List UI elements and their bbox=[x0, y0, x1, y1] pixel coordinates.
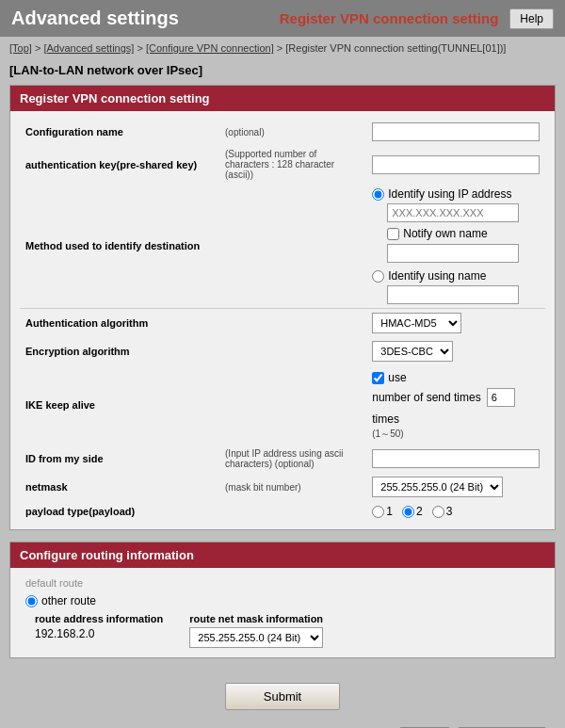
payload-1-radio[interactable] bbox=[372, 506, 384, 518]
auth-algo-hint bbox=[219, 309, 366, 338]
vpn-form-table: Configuration name (optional) authentica… bbox=[20, 119, 545, 522]
ip-address-input[interactable] bbox=[387, 203, 519, 222]
route-address-header: route address information bbox=[35, 613, 163, 624]
ike-range: (1～50) bbox=[372, 428, 540, 441]
routing-section-body: default route other route route address … bbox=[10, 568, 555, 657]
payload-2-radio[interactable] bbox=[402, 506, 414, 518]
payload-row: payload type(payload) 1 2 3 bbox=[20, 501, 545, 522]
method-label: Method used to identify destination bbox=[20, 184, 219, 309]
method-input-cell: Identify using IP address Notify own nam… bbox=[366, 184, 545, 309]
vpn-section-body: Configuration name (optional) authentica… bbox=[10, 111, 555, 529]
payload-radio-group: 1 2 3 bbox=[372, 505, 540, 518]
id-from-side-hint: (Input IP address using ascii characters… bbox=[219, 445, 366, 473]
config-name-input[interactable] bbox=[372, 122, 540, 141]
payload-2-label[interactable]: 2 bbox=[402, 505, 423, 518]
payload-3-label[interactable]: 3 bbox=[432, 505, 453, 518]
identify-ip-row: Identify using IP address bbox=[372, 187, 540, 201]
notify-own-input[interactable] bbox=[387, 244, 519, 263]
payload-3-radio[interactable] bbox=[432, 506, 444, 518]
page-heading: [LAN-to-LAN network over IPsec] bbox=[0, 59, 565, 85]
auth-key-input-cell: key bbox=[366, 145, 545, 184]
auth-algo-label: Authentication algorithm bbox=[20, 309, 219, 338]
enc-algo-row: Encryption algorithm 3DES-CBC AES-128 AE… bbox=[20, 337, 545, 365]
ike-use-label: use bbox=[388, 371, 406, 384]
payload-1-label[interactable]: 1 bbox=[372, 505, 393, 518]
config-name-input-cell bbox=[366, 119, 545, 145]
breadcrumb-advanced[interactable]: [Advanced settings] bbox=[43, 42, 134, 54]
netmask-row: netmask (mask bit number) 255.255.255.0 … bbox=[20, 473, 545, 501]
other-route-row: other route bbox=[20, 592, 545, 609]
main-content: Register VPN connection setting Configur… bbox=[0, 85, 565, 728]
route-netmask-header: route net mask information bbox=[189, 613, 323, 624]
auth-algo-row: Authentication algorithm HMAC-MD5 HMAC-S… bbox=[20, 309, 545, 338]
other-route-label: other route bbox=[41, 594, 96, 607]
auth-algo-input-cell: HMAC-MD5 HMAC-SHA1 SHA256 bbox=[366, 309, 545, 338]
notify-own-checkbox[interactable] bbox=[387, 228, 399, 240]
netmask-select[interactable]: 255.255.255.0 (24 Bit) 255.255.0.0 (16 B… bbox=[372, 477, 503, 497]
submit-button[interactable]: Submit bbox=[225, 683, 340, 710]
route-netmask-col: route net mask information 255.255.255.0… bbox=[189, 613, 323, 648]
identify-name-label: Identify using name bbox=[388, 269, 486, 283]
identify-ip-radio[interactable] bbox=[372, 188, 384, 201]
auth-key-label: authentication key(pre-shared key) bbox=[20, 145, 219, 184]
ike-times-suffix: times bbox=[372, 413, 399, 426]
netmask-hint: (mask bit number) bbox=[219, 473, 366, 501]
ike-times-row: number of send times times bbox=[372, 388, 540, 426]
other-route-radio[interactable] bbox=[25, 595, 38, 607]
notify-own-label: Notify own name bbox=[403, 227, 487, 240]
auth-key-row: authentication key(pre-shared key) (Supp… bbox=[20, 145, 545, 184]
identify-ip-label: Identify using IP address bbox=[388, 187, 511, 201]
route-address-value: 192.168.2.0 bbox=[35, 627, 163, 640]
route-netmask-select[interactable]: 255.255.255.0 (24 Bit) 255.255.0.0 (16 B… bbox=[189, 627, 323, 648]
ike-hint bbox=[219, 365, 366, 445]
identify-name-input[interactable] bbox=[387, 285, 519, 304]
breadcrumb: [Top] > [Advanced settings] > [Configure… bbox=[0, 37, 565, 59]
auth-key-input[interactable]: key bbox=[372, 155, 540, 174]
bottom-bar: Back Return to top bbox=[9, 720, 556, 728]
netmask-input-cell: 255.255.255.0 (24 Bit) 255.255.0.0 (16 B… bbox=[366, 473, 545, 501]
routing-section-header: Configure routing information bbox=[10, 542, 555, 568]
route-cols: route address information 192.168.2.0 ro… bbox=[35, 609, 545, 652]
auth-key-hint: (Supported number of characters : 128 ch… bbox=[219, 145, 366, 184]
payload-input-cell: 1 2 3 bbox=[366, 501, 545, 522]
id-from-side-label: ID from my side bbox=[20, 445, 219, 473]
payload-3-text: 3 bbox=[446, 505, 453, 518]
ike-controls: use number of send times times (1～50) bbox=[372, 369, 540, 441]
ike-use-row: use bbox=[372, 371, 540, 384]
config-name-label: Configuration name bbox=[20, 119, 219, 145]
ike-label: IKE keep alive bbox=[20, 365, 219, 445]
ike-times-input[interactable] bbox=[487, 388, 515, 407]
identify-name-radio[interactable] bbox=[372, 270, 384, 283]
method-hint bbox=[219, 184, 366, 309]
enc-algo-hint bbox=[219, 337, 366, 365]
config-name-hint: (optional) bbox=[219, 119, 366, 145]
ike-times-prefix: number of send times bbox=[372, 391, 480, 404]
id-from-side-input[interactable] bbox=[372, 449, 540, 468]
vpn-section-header: Register VPN connection setting bbox=[10, 86, 555, 111]
top-bar-right: Register VPN connection setting Help bbox=[280, 8, 554, 29]
id-from-side-input-cell bbox=[366, 445, 545, 473]
enc-algo-select[interactable]: 3DES-CBC AES-128 AES-256 bbox=[372, 341, 453, 362]
help-button[interactable]: Help bbox=[509, 8, 554, 29]
payload-2-text: 2 bbox=[416, 505, 423, 518]
method-row: Method used to identify destination Iden… bbox=[20, 184, 545, 309]
page-title: Advanced settings bbox=[11, 8, 179, 29]
notify-own-row: Notify own name bbox=[387, 227, 540, 240]
name-indent bbox=[387, 285, 540, 304]
ike-row: IKE keep alive use number of send times bbox=[20, 365, 545, 445]
vpn-subtitle: Register VPN connection setting bbox=[280, 10, 499, 26]
ike-use-checkbox[interactable] bbox=[372, 372, 384, 384]
breadcrumb-top[interactable]: [Top] bbox=[9, 42, 32, 54]
top-bar: Advanced settings Register VPN connectio… bbox=[0, 0, 565, 37]
ip-indent: Notify own name bbox=[387, 203, 540, 263]
ike-input-cell: use number of send times times (1～50) bbox=[366, 365, 545, 445]
id-from-side-row: ID from my side (Input IP address using … bbox=[20, 445, 545, 473]
enc-algo-input-cell: 3DES-CBC AES-128 AES-256 bbox=[366, 337, 545, 365]
route-address-col: route address information 192.168.2.0 bbox=[35, 613, 163, 648]
auth-algo-select[interactable]: HMAC-MD5 HMAC-SHA1 SHA256 bbox=[372, 313, 461, 333]
payload-label: payload type(payload) bbox=[20, 501, 219, 522]
breadcrumb-configure-vpn[interactable]: [Configure VPN connection] bbox=[146, 42, 274, 54]
payload-hint bbox=[219, 501, 366, 522]
netmask-label: netmask bbox=[20, 473, 219, 501]
breadcrumb-current: [Register VPN connection setting(TUNNEL[… bbox=[285, 42, 506, 54]
